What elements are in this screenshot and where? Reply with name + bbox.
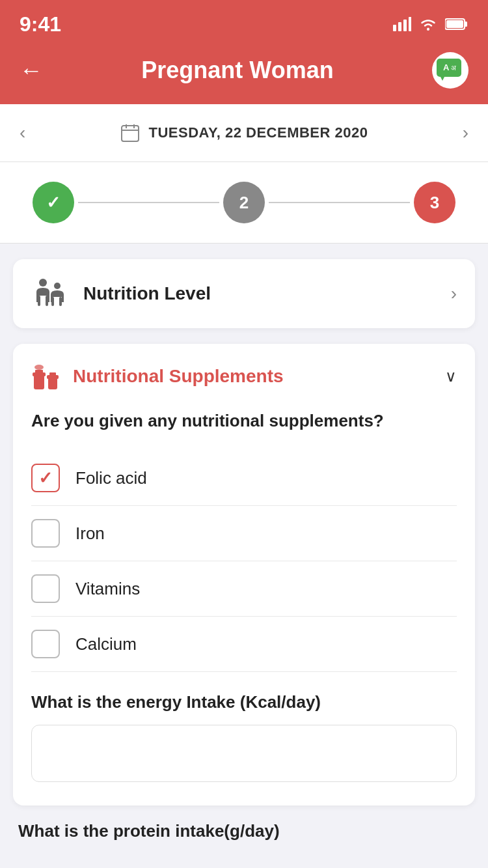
people-icon: [31, 277, 70, 310]
svg-rect-20: [51, 297, 54, 306]
header-title: Pregnant Woman: [141, 57, 333, 84]
wifi-icon: [419, 17, 437, 31]
svg-rect-18: [46, 296, 48, 306]
nutrition-level-row: Nutrition Level ›: [31, 277, 457, 310]
translate-icon: A अ: [435, 57, 465, 83]
date-label: TUESDAY, 22 DECEMBER 2020: [149, 124, 368, 141]
status-time: 9:41: [20, 12, 61, 36]
svg-point-16: [39, 279, 47, 287]
energy-intake-section: What is the energy Intake (Kcal/day): [31, 690, 457, 787]
svg-rect-24: [35, 370, 43, 373]
calendar-icon: [120, 123, 140, 143]
svg-rect-6: [465, 21, 467, 27]
prev-date-button[interactable]: ‹: [20, 122, 25, 143]
energy-intake-input[interactable]: [31, 725, 457, 782]
step-1: ✓: [33, 182, 74, 223]
svg-rect-0: [393, 25, 396, 31]
svg-rect-3: [409, 17, 411, 31]
nutrition-level-label: Nutrition Level: [83, 283, 211, 304]
supplements-question: Are you given any nutritional supplement…: [31, 409, 457, 432]
step-2: 2: [223, 182, 265, 223]
progress-steps: ✓ 2 3: [0, 162, 488, 244]
checkbox-folic-acid-box[interactable]: ✓: [31, 464, 60, 492]
checkbox-vitamins-box[interactable]: [31, 574, 60, 603]
checkbox-calcium-box[interactable]: [31, 630, 60, 658]
svg-rect-25: [48, 378, 57, 389]
protein-intake-question: What is the protein intake(g/day): [13, 821, 475, 841]
step-3: 3: [414, 182, 455, 223]
app-header: ← Pregnant Woman A अ: [0, 46, 488, 104]
svg-point-28: [34, 365, 44, 370]
checkbox-iron-box[interactable]: [31, 519, 60, 548]
step-line-1: [78, 202, 219, 203]
checkbox-iron[interactable]: Iron: [31, 506, 457, 561]
back-button[interactable]: ←: [20, 57, 43, 84]
checkmark-folic-acid: ✓: [38, 468, 53, 488]
supplements-chevron[interactable]: ∨: [445, 367, 457, 385]
svg-rect-12: [122, 126, 139, 141]
svg-rect-1: [398, 22, 401, 31]
vitamins-label: Vitamins: [75, 579, 140, 599]
svg-rect-21: [59, 297, 62, 306]
signal-icon: [393, 17, 411, 31]
step-line-2: [269, 202, 410, 203]
svg-text:A: A: [443, 63, 450, 72]
nutrition-level-left: Nutrition Level: [31, 277, 211, 310]
svg-rect-2: [403, 20, 407, 31]
checkbox-calcium[interactable]: Calcium: [31, 617, 457, 672]
supplements-header: Nutritional Supplements ∨: [31, 362, 457, 391]
svg-rect-7: [446, 20, 463, 28]
nutrition-level-card[interactable]: Nutrition Level ›: [13, 259, 475, 328]
svg-text:अ: अ: [451, 64, 456, 72]
svg-rect-22: [34, 375, 44, 389]
supplements-icon: [31, 362, 62, 391]
supplements-card: Nutritional Supplements ∨ Are you given …: [13, 344, 475, 805]
checkbox-vitamins[interactable]: Vitamins: [31, 561, 457, 617]
svg-point-19: [54, 283, 61, 289]
energy-intake-question: What is the energy Intake (Kcal/day): [31, 690, 457, 714]
supplements-title: Nutritional Supplements: [73, 366, 284, 387]
svg-point-4: [427, 28, 429, 31]
svg-marker-11: [441, 77, 444, 81]
main-content: ‹ TUESDAY, 22 DECEMBER 2020 › ✓ 2 3: [0, 104, 488, 841]
svg-rect-17: [38, 296, 40, 306]
supplements-header-left: Nutritional Supplements: [31, 362, 284, 391]
status-icons: [393, 17, 468, 31]
date-center: TUESDAY, 22 DECEMBER 2020: [120, 123, 368, 143]
svg-rect-27: [49, 372, 56, 376]
translate-button[interactable]: A अ: [432, 52, 468, 89]
checkbox-folic-acid[interactable]: ✓ Folic acid: [31, 451, 457, 506]
date-navigator: ‹ TUESDAY, 22 DECEMBER 2020 ›: [0, 104, 488, 162]
next-date-button[interactable]: ›: [463, 122, 468, 143]
nutrition-level-chevron: ›: [451, 283, 457, 304]
iron-label: Iron: [75, 524, 105, 544]
calcium-label: Calcium: [75, 634, 137, 654]
battery-icon: [445, 18, 468, 31]
status-bar: 9:41: [0, 0, 488, 46]
folic-acid-label: Folic acid: [75, 468, 147, 488]
